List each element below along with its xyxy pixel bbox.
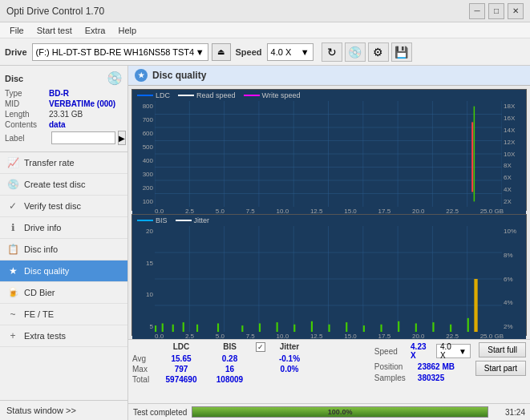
sidebar-item-label: Create test disc xyxy=(24,180,85,189)
svg-rect-44 xyxy=(311,321,313,332)
svg-rect-34 xyxy=(155,325,156,332)
bis-legend-label: BIS xyxy=(156,216,168,224)
disc-mid-label: MID xyxy=(5,99,49,108)
start-part-button[interactable]: Start part xyxy=(475,361,526,376)
disc-type-row: Type BD-R xyxy=(5,89,123,98)
svg-rect-47 xyxy=(363,325,365,332)
drive-eject-button[interactable]: ⏏ xyxy=(212,43,231,61)
drive-info-icon: ℹ xyxy=(6,222,19,233)
sidebar-item-label: FE / TE xyxy=(24,309,54,319)
disc-section-title: Disc xyxy=(5,74,23,83)
sidebar-item-fe-te[interactable]: ~ FE / TE xyxy=(0,304,127,325)
verify-test-disc-icon: ✓ xyxy=(6,200,19,212)
svg-rect-39 xyxy=(217,323,219,332)
close-button[interactable]: ✕ xyxy=(508,3,524,19)
sidebar-item-label: CD Bier xyxy=(24,288,55,297)
sidebar-item-disc-quality[interactable]: ★ Disc quality xyxy=(0,260,127,282)
samples-value: 380325 xyxy=(418,374,444,382)
toolbar-settings-button[interactable]: ⚙ xyxy=(368,42,389,62)
sidebar-item-label: Extra tests xyxy=(24,331,66,341)
stats-avg-jitter: -0.1% xyxy=(269,354,310,363)
svg-rect-48 xyxy=(380,325,382,332)
jitter-checkbox[interactable]: ✓ xyxy=(256,342,265,352)
fe-te-icon: ~ xyxy=(6,309,19,320)
status-bar-left: Status window >> xyxy=(0,400,127,420)
read-speed-legend: Read speed xyxy=(178,91,236,99)
write-speed-legend: Write speed xyxy=(244,91,301,99)
action-buttons: Start full Start part xyxy=(475,342,526,376)
stats-max-label: Max xyxy=(132,365,155,374)
sidebar-item-verify-test-disc[interactable]: ✓ Verify test disc xyxy=(0,196,127,217)
disc-quality-icon: ★ xyxy=(6,265,19,277)
disc-mid-value: VERBATIMe (000) xyxy=(49,99,115,108)
minimize-button[interactable]: ─ xyxy=(469,3,485,19)
disc-contents-row: Contents data xyxy=(5,120,123,129)
sidebar-item-extra-tests[interactable]: + Extra tests xyxy=(0,325,127,347)
disc-quality-title: Disc quality xyxy=(152,70,206,81)
sidebar-item-disc-info[interactable]: 📋 Disc info xyxy=(0,239,127,260)
sidebar-item-create-test-disc[interactable]: 💿 Create test disc xyxy=(0,174,127,196)
ldc-legend-label: LDC xyxy=(156,91,170,99)
speed-select-dropdown[interactable]: 4.0 X ▼ xyxy=(436,344,471,358)
create-test-disc-icon: 💿 xyxy=(6,179,19,190)
stats-area: LDC BIS ✓ Jitter Avg 15.65 0.28 -0.1% xyxy=(128,339,530,403)
ldc-legend: LDC xyxy=(137,91,170,99)
progress-area: Test completed 100.0% 31:24 xyxy=(128,403,530,420)
bis-legend: BIS xyxy=(137,216,168,224)
svg-rect-36 xyxy=(172,325,174,332)
disc-contents-label: Contents xyxy=(5,120,49,129)
status-window-label: Status window >> xyxy=(6,406,76,415)
stats-table: LDC BIS ✓ Jitter Avg 15.65 0.28 -0.1% xyxy=(132,342,370,384)
sidebar-item-label: Disc info xyxy=(24,244,58,254)
svg-rect-49 xyxy=(398,321,399,332)
extra-tests-icon: + xyxy=(6,330,19,341)
stats-max-ldc: 797 xyxy=(156,365,206,374)
svg-rect-45 xyxy=(329,325,330,332)
toolbar-icons: ↻ 💿 ⚙ 💾 xyxy=(322,42,412,62)
menu-file[interactable]: File xyxy=(3,24,30,37)
progress-time: 31:24 xyxy=(493,408,525,417)
title-bar: Opti Drive Control 1.70 ─ □ ✕ xyxy=(0,0,530,22)
disc-type-label: Type xyxy=(5,89,49,98)
sidebar-item-transfer-rate[interactable]: 📈 Transfer rate xyxy=(0,152,127,174)
toolbar-refresh-button[interactable]: ↻ xyxy=(322,42,342,62)
sidebar-item-drive-info[interactable]: ℹ Drive info xyxy=(0,217,127,239)
bis-chart: BIS Jitter 20 15 10 5 xyxy=(131,214,527,336)
jitter-legend: Jitter xyxy=(176,216,210,224)
disc-panel: Disc 💿 Type BD-R MID VERBATIMe (000) Len… xyxy=(0,66,127,152)
maximize-button[interactable]: □ xyxy=(488,3,504,19)
disc-quality-header: ★ Disc quality xyxy=(128,66,530,86)
stats-bis-header: BIS xyxy=(208,342,252,352)
svg-rect-54 xyxy=(474,279,477,332)
app-title: Opti Drive Control 1.70 xyxy=(6,6,104,17)
content-area: ★ Disc quality LDC Read speed xyxy=(128,66,530,420)
disc-contents-value: data xyxy=(49,120,66,129)
nav-items: 📈 Transfer rate 💿 Create test disc ✓ Ver… xyxy=(0,152,127,400)
transfer-rate-icon: 📈 xyxy=(6,157,19,168)
svg-rect-41 xyxy=(259,323,261,332)
menu-start-test[interactable]: Start test xyxy=(30,24,79,37)
svg-rect-50 xyxy=(415,323,417,332)
menu-extra[interactable]: Extra xyxy=(79,24,112,37)
status-window-button[interactable]: Status window >> xyxy=(6,406,121,415)
drive-label: Drive xyxy=(5,47,27,57)
disc-quality-header-icon: ★ xyxy=(135,69,148,82)
disc-label-button[interactable]: ▶ xyxy=(118,131,126,145)
menu-help[interactable]: Help xyxy=(111,24,143,37)
toolbar-save-button[interactable]: 💾 xyxy=(391,42,412,62)
disc-label-input[interactable] xyxy=(51,131,115,144)
disc-icon: 💿 xyxy=(107,71,123,86)
disc-header: Disc 💿 xyxy=(5,71,123,86)
speed-dropdown[interactable]: 4.0 X ▼ xyxy=(267,43,314,61)
start-full-button[interactable]: Start full xyxy=(479,342,526,357)
sidebar-item-cd-bier[interactable]: 🍺 CD Bier xyxy=(0,282,127,304)
speed-key: Speed xyxy=(374,347,407,356)
svg-rect-43 xyxy=(293,325,295,332)
drive-select: (F:) HL-DT-ST BD-RE WH16NS58 TST4 ▼ ⏏ xyxy=(32,43,231,61)
svg-rect-51 xyxy=(432,322,434,332)
drive-dropdown[interactable]: (F:) HL-DT-ST BD-RE WH16NS58 TST4 ▼ xyxy=(32,43,208,61)
toolbar-disc-button[interactable]: 💿 xyxy=(345,42,366,62)
stats-avg-ldc: 15.65 xyxy=(156,354,206,363)
speed-label: Speed xyxy=(236,47,262,57)
samples-key: Samples xyxy=(374,374,415,382)
